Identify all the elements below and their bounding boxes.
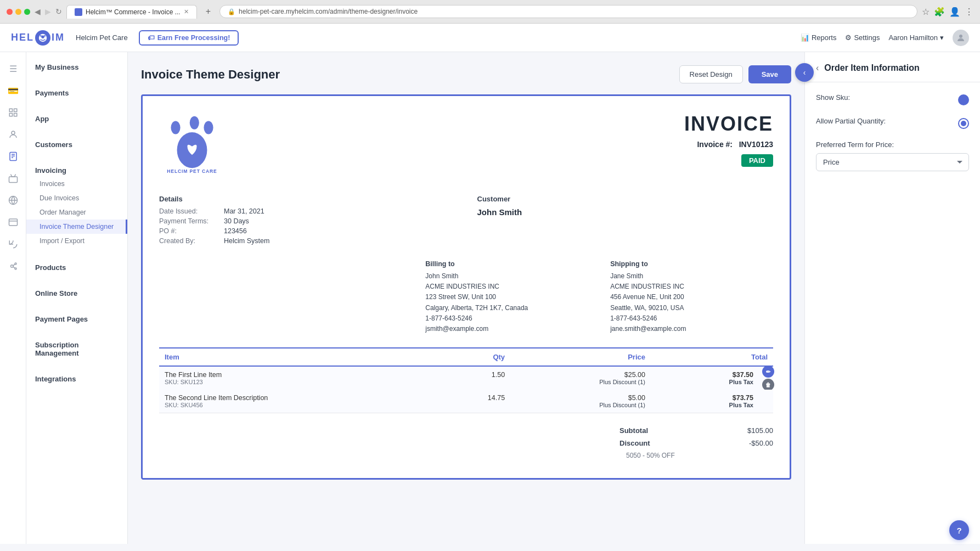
svg-point-9 [12,131,15,134]
svg-line-23 [13,267,14,268]
invoice-table-body: The First Line Item SKU: SKU123 1.50 $25… [159,366,773,413]
sidebar-item-import-export[interactable]: Import / Export [26,234,127,248]
row1-total-val: $37.50 [656,371,753,379]
reset-design-button[interactable]: Reset Design [679,65,743,83]
billing-col: Billing to John Smith ACME INDUSTRIES IN… [425,260,588,334]
avatar[interactable] [953,30,969,46]
sidebar-icon-subscriptions[interactable] [3,234,23,254]
nav-payment-pages-label: Payment Pages [35,315,88,323]
nav-section-subscriptions: Subscription Management [26,330,127,364]
date-row: Date Issued: Mar 31, 2021 [159,207,455,215]
nav-invoicing[interactable]: Invoicing [26,164,127,177]
discount-row: Discount -$50.00 [619,437,773,449]
invoice-number-label: Invoice #: [697,140,733,149]
company-name: Helcim Pet Care [76,33,128,42]
terms-label: Payment Terms: [159,217,219,225]
shipping-address: Jane Smith ACME INDUSTRIES INC 456 Avenu… [610,271,773,334]
shipping-label: Shipping to [610,260,773,268]
svg-point-20 [15,263,16,265]
forward-button[interactable]: ▶ [45,7,51,16]
sidebar-icon-payment-pages[interactable] [3,212,23,232]
row2-price-note: Plus Discount (1) [516,402,645,408]
sidebar-item-due-invoices[interactable]: Due Invoices [26,191,127,205]
svg-rect-6 [14,109,16,111]
help-button[interactable]: ? [949,520,969,540]
row1-delete-button[interactable]: 🗑 [762,379,774,391]
earn-processing-button[interactable]: 🏷 Earn Free Processing! [139,30,239,46]
page-title: Invoice Theme Designer [141,68,280,82]
sidebar-item-theme-designer[interactable]: Invoice Theme Designer [26,220,127,234]
user-menu[interactable]: Aaron Hamilton ▾ [888,33,944,42]
svg-point-3 [44,35,46,37]
allow-partial-toggle[interactable] [958,118,969,129]
sidebar-icon-app[interactable] [3,103,23,122]
nav-payment-pages[interactable]: Payment Pages [26,313,127,325]
invoice-preview: HELCIM PET CARE INVOICE Invoice #: INV10… [141,94,791,480]
close-dot[interactable] [7,9,13,15]
back-button[interactable]: ◀ [35,7,41,16]
nav-section-app: App [26,104,127,130]
svg-point-1 [41,35,44,38]
svg-point-26 [204,121,213,134]
settings-link[interactable]: ⚙ Settings [845,33,880,42]
paid-status: PAID [741,154,773,167]
show-sku-toggle[interactable] [958,94,969,105]
menu-icon[interactable]: ⋮ [965,7,973,17]
sidebar-icon-integrations[interactable] [3,256,23,276]
totals-section: Subtotal $105.00 Discount -$50.00 5050 -… [159,424,773,462]
nav-subscriptions[interactable]: Subscription Management [26,339,127,359]
nav-products[interactable]: Products [26,261,127,274]
nav-payments[interactable]: Payments [26,87,127,99]
extensions-icon[interactable]: 🧩 [934,7,945,17]
helcim-logo[interactable]: HEL IM [11,30,65,46]
sidebar-icon-online-store[interactable] [3,190,23,210]
panel-toggle-icon: ‹ [803,68,806,77]
sidebar-icon-payments[interactable]: 💳 [3,81,23,100]
save-button[interactable]: Save [748,65,791,83]
profile-icon[interactable]: 👤 [949,7,960,17]
tab-close-icon[interactable]: ✕ [184,8,189,15]
sidebar-item-import-export-label: Import / Export [40,237,85,245]
billing-email: jsmith@example.com [425,324,588,334]
nav-online-store-label: Online Store [35,289,77,297]
reports-link[interactable]: 📊 Reports [801,33,837,42]
reports-label: Reports [812,33,837,42]
sidebar-icon-customers[interactable] [3,125,23,144]
nav-app[interactable]: App [26,113,127,125]
sidebar-icon-menu[interactable]: ☰ [3,59,23,78]
totals-table: Subtotal $105.00 Discount -$50.00 5050 -… [619,424,773,462]
reload-button[interactable]: ↻ [55,7,62,16]
nav-payments-label: Payments [35,89,69,97]
invoice-logo: HELCIM PET CARE [159,113,225,178]
nav-customers[interactable]: Customers [26,138,127,151]
nav-online-store[interactable]: Online Store [26,287,127,300]
sidebar-item-invoices-label: Invoices [40,180,65,188]
sidebar-item-order-manager[interactable]: Order Manager [26,205,127,220]
browser-tab[interactable]: Helcim™ Commerce - Invoice ... ✕ [66,5,197,19]
created-row: Created By: Helcim System [159,237,455,245]
col-qty-label: Qty [493,353,505,361]
new-tab-button[interactable]: + [201,4,215,19]
maximize-dot[interactable] [24,9,30,15]
minimize-dot[interactable] [15,9,21,15]
preferred-term-select[interactable]: Price Rate Amount Cost [816,153,969,171]
col-price-label: Price [628,353,645,361]
nav-section-customers: Customers [26,130,127,155]
panel-back-button[interactable]: ‹ [816,63,819,73]
bookmark-icon[interactable]: ☆ [922,7,930,17]
browser-chrome: ◀ ▶ ↻ Helcim™ Commerce - Invoice ... ✕ +… [0,0,980,24]
address-bar[interactable]: 🔒 helcim-pet-care.myhelcim.com/admin/the… [219,5,917,18]
sidebar-item-invoices[interactable]: Invoices [26,177,127,191]
paw-logo-svg: HELCIM PET CARE [159,113,225,178]
nav-integrations[interactable]: Integrations [26,373,127,385]
created-value: Helcim System [224,237,269,245]
invoice-table-wrapper: Item Qty Price [159,347,773,413]
row1-edit-button[interactable]: ✏ [762,366,774,378]
row2-price: $5.00 Plus Discount (1) [510,390,651,413]
user-name: Aaron Hamilton [888,33,938,42]
nav-my-business[interactable]: My Business [26,61,127,74]
sidebar-icon-products[interactable] [3,168,23,188]
sidebar-icon-invoicing[interactable] [3,147,23,166]
panel-toggle-button[interactable]: ‹ [795,63,814,82]
svg-rect-14 [9,177,17,183]
